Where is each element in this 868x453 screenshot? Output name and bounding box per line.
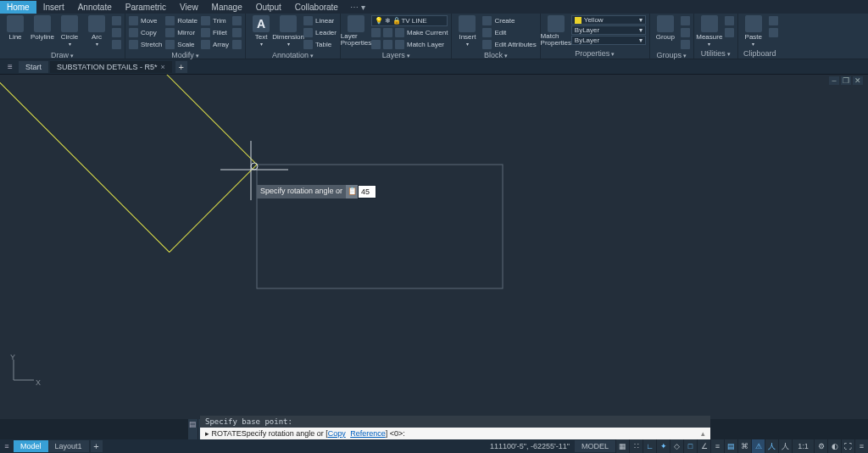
measure-icon bbox=[701, 15, 718, 32]
block-edit-button[interactable]: Edit bbox=[482, 27, 536, 38]
dynamic-input-field[interactable]: 45 bbox=[358, 185, 376, 199]
make-current-button[interactable]: Make Current bbox=[371, 27, 448, 38]
match-properties-button[interactable]: MatchProperties bbox=[544, 15, 568, 47]
layout-menu-icon[interactable]: ≡ bbox=[0, 442, 14, 450]
trim-icon bbox=[201, 16, 210, 25]
line-button[interactable]: Line bbox=[3, 15, 27, 41]
snap-toggle[interactable]: ∷ bbox=[629, 439, 643, 453]
ribbon: Line Polyline Circle▾ Arc▾ Draw▾ Move Co… bbox=[0, 14, 868, 59]
hardware-accel-toggle[interactable]: ◐ bbox=[827, 439, 841, 453]
text-button[interactable]: AText▾ bbox=[249, 15, 273, 47]
trim-button[interactable]: Trim bbox=[201, 15, 229, 26]
model-tab[interactable]: Model bbox=[14, 440, 48, 452]
restore-icon[interactable]: ❐ bbox=[841, 76, 851, 85]
copy-button[interactable]: Copy bbox=[129, 27, 162, 38]
ucs-icon: Y X bbox=[10, 358, 36, 385]
layout1-tab[interactable]: Layout1 bbox=[48, 440, 89, 452]
dynamic-input: Specify rotation angle or 📋 45 bbox=[257, 185, 376, 199]
polar-toggle[interactable]: ✦ bbox=[656, 439, 670, 453]
circle-button[interactable]: Circle▾ bbox=[58, 15, 81, 47]
layer-properties-icon bbox=[348, 15, 364, 32]
move-icon bbox=[129, 16, 138, 25]
menu-tab-collaborate[interactable]: Collaborate bbox=[288, 1, 345, 14]
menu-tab-output[interactable]: Output bbox=[249, 1, 288, 14]
polyline-button[interactable]: Polyline bbox=[31, 15, 54, 41]
isodraft-toggle[interactable]: ◇ bbox=[670, 439, 683, 453]
command-close-icon[interactable]: ▤ bbox=[188, 419, 198, 439]
lineweight-combo[interactable]: ByLayer▾ bbox=[571, 25, 646, 35]
transparency-toggle[interactable]: ▤ bbox=[724, 439, 737, 453]
fillet-button[interactable]: Fillet bbox=[201, 27, 229, 38]
otrack-toggle[interactable]: ∠ bbox=[697, 439, 710, 453]
table-button[interactable]: Table bbox=[303, 39, 337, 50]
menu-overflow[interactable]: ⋯ ▾ bbox=[350, 3, 365, 12]
doc-menu-icon[interactable]: ≡ bbox=[3, 62, 17, 71]
ribbon-group-groups: Group Groups▾ bbox=[650, 14, 694, 59]
draw-extra-2[interactable] bbox=[112, 27, 121, 38]
insert-button[interactable]: Insert▾ bbox=[455, 15, 479, 47]
move-button[interactable]: Move bbox=[129, 15, 162, 26]
new-doc-button[interactable]: + bbox=[175, 61, 187, 73]
modify-extra-2[interactable] bbox=[232, 27, 242, 38]
rotate-icon bbox=[165, 16, 175, 25]
arc-button[interactable]: Arc▾ bbox=[85, 15, 108, 47]
ortho-toggle[interactable]: ∟ bbox=[643, 439, 656, 453]
group-icon bbox=[657, 15, 674, 32]
dimension-button[interactable]: Dimension▾ bbox=[276, 15, 300, 47]
annotation-scale[interactable]: 1:1 bbox=[792, 439, 814, 453]
dynamic-options-button[interactable]: 📋 bbox=[346, 185, 358, 199]
lineweight-toggle[interactable]: ≡ bbox=[710, 439, 724, 453]
layer-properties-button[interactable]: LayerProperties bbox=[344, 15, 368, 47]
ribbon-group-clipboard: Paste▾ Clipboard bbox=[738, 14, 782, 59]
minimize-icon[interactable]: – bbox=[829, 76, 839, 85]
match-layer-button[interactable]: Match Layer bbox=[371, 39, 448, 50]
workspace-toggle[interactable]: ⚙ bbox=[814, 439, 827, 453]
modify-extra-3[interactable] bbox=[232, 39, 242, 50]
menu-tab-parametric[interactable]: Parametric bbox=[119, 1, 173, 14]
menu-tab-insert[interactable]: Insert bbox=[36, 1, 71, 14]
menu-tab-annotate[interactable]: Annotate bbox=[71, 1, 119, 14]
edit-attributes-button[interactable]: Edit Attributes bbox=[482, 39, 536, 50]
annoscale-show-toggle[interactable]: 人 bbox=[778, 439, 792, 453]
color-combo[interactable]: Yellow▾ bbox=[571, 15, 646, 25]
array-button[interactable]: Array bbox=[201, 39, 229, 50]
menu-tab-manage[interactable]: Manage bbox=[205, 1, 249, 14]
paste-icon bbox=[745, 15, 762, 32]
grid-toggle[interactable]: ▦ bbox=[615, 439, 629, 453]
osnap-toggle[interactable]: □ bbox=[683, 439, 697, 453]
stretch-button[interactable]: Stretch bbox=[129, 39, 162, 50]
leader-button[interactable]: Leader bbox=[303, 27, 337, 38]
space-toggle[interactable]: MODEL bbox=[575, 440, 615, 452]
draw-extra-3[interactable] bbox=[112, 39, 121, 50]
linear-button[interactable]: Linear bbox=[303, 15, 337, 26]
block-create-button[interactable]: Create bbox=[482, 15, 536, 26]
close-window-icon[interactable]: ✕ bbox=[853, 76, 863, 85]
document-tabs: ≡ Start SUBSTATION DETAILS - R5*× + bbox=[0, 59, 868, 75]
customization-button[interactable]: ≡ bbox=[854, 439, 868, 453]
drawing-canvas[interactable]: – ❐ ✕ Specify rotation angle or 📋 45 Y X bbox=[0, 75, 868, 419]
close-icon[interactable]: × bbox=[161, 63, 165, 71]
add-layout-button[interactable]: + bbox=[91, 440, 103, 452]
clean-screen-toggle[interactable]: ⛶ bbox=[841, 439, 854, 453]
mirror-button[interactable]: Mirror bbox=[165, 27, 198, 38]
modify-extra-1[interactable] bbox=[232, 15, 242, 26]
selection-cycling-toggle[interactable]: ⌘ bbox=[737, 439, 751, 453]
layer-combo[interactable]: 💡 ❄ 🔒 TV LINE bbox=[371, 15, 448, 26]
group-button[interactable]: Group bbox=[654, 15, 677, 41]
menu-tab-home[interactable]: Home bbox=[0, 1, 36, 14]
menu-tab-view[interactable]: View bbox=[173, 1, 205, 14]
mirror-icon bbox=[165, 28, 175, 37]
annoscale-auto-toggle[interactable]: 人 bbox=[765, 439, 778, 453]
rotate-button[interactable]: Rotate bbox=[165, 15, 198, 26]
draw-extra-1[interactable] bbox=[112, 15, 121, 26]
paste-button[interactable]: Paste▾ bbox=[742, 15, 765, 47]
linetype-combo[interactable]: ByLayer▾ bbox=[571, 36, 646, 45]
status-bar: ≡ Model Layout1 + 111100'-5", -62255'-11… bbox=[0, 439, 868, 453]
doc-tab-active[interactable]: SUBSTATION DETAILS - R5*× bbox=[50, 61, 172, 73]
scale-button[interactable]: Scale bbox=[165, 39, 198, 50]
annotation-monitor-toggle[interactable]: ⚠ bbox=[751, 439, 765, 453]
svg-rect-1 bbox=[0, 75, 257, 252]
doc-tab-start[interactable]: Start bbox=[19, 61, 48, 73]
measure-button[interactable]: Measure▾ bbox=[698, 15, 721, 47]
command-line[interactable]: ▸ ROTATE Specify rotation angle or [ Cop… bbox=[200, 428, 710, 439]
